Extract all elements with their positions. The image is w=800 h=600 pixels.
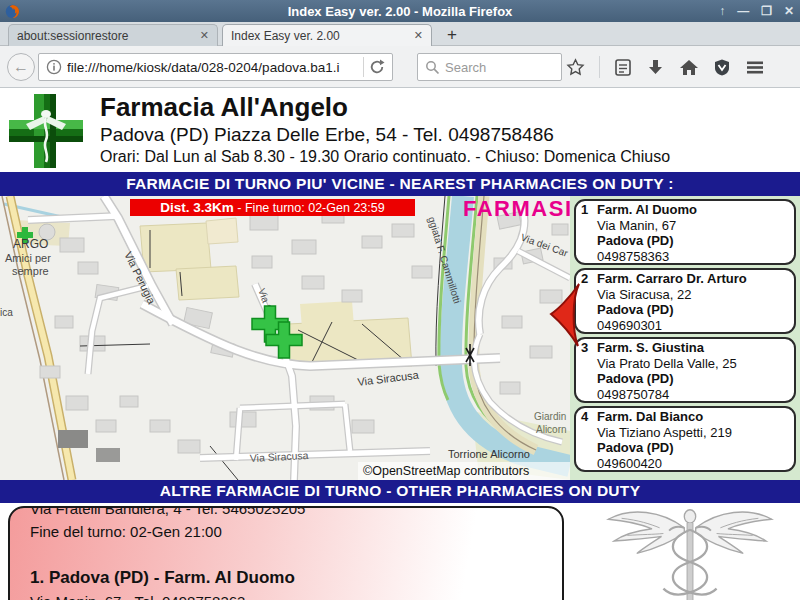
map[interactable]: ARGO Amici per sempre ica Via Perugia Vi…: [0, 196, 570, 480]
bookmarks-menu-icon[interactable]: [614, 58, 632, 77]
reload-icon[interactable]: [368, 58, 386, 76]
tab-bar: about:sessionrestore ✕ Index Easy ver. 2…: [0, 22, 800, 46]
search-icon: [425, 60, 440, 75]
pharmacy-address: Padova (PD) Piazza Delle Erbe, 54 - Tel.…: [100, 124, 554, 146]
pharmacy-card-2[interactable]: 2Farm. Carraro Dr. Arturo Via Siracusa, …: [574, 268, 796, 334]
map-label-ica: ica: [0, 307, 13, 318]
search-input[interactable]: [445, 60, 550, 75]
pharmacy-name: Farmacia All'Angelo: [100, 92, 348, 123]
window-title: Index Easy ver. 2.00 - Mozilla Firefox: [0, 4, 800, 19]
osm-attribution: ©OpenStreetMap contributors: [363, 464, 529, 478]
selected-pharmacy-arrow-icon: [548, 281, 582, 349]
pharmacy-city: Padova (PD): [581, 371, 790, 387]
tab-label: about:sessionrestore: [17, 29, 190, 43]
pharmacy-name: Farm. Al Duomo: [597, 202, 697, 218]
tab-label: Index Easy ver. 2.00: [231, 29, 404, 43]
url-text[interactable]: file:///home/kiosk/data/028-0204/padova.…: [67, 60, 359, 75]
pharmacy-cross-logo: [6, 92, 86, 170]
distance-banner: Dist. 3.3Km - Fine turno: 02-Gen 23:59: [130, 199, 415, 216]
url-bar[interactable]: file:///home/kiosk/data/028-0204/padova.…: [38, 53, 393, 81]
tab-close-icon[interactable]: ✕: [200, 29, 209, 42]
back-button[interactable]: ←: [7, 53, 35, 81]
pharmacy-number: 3: [581, 340, 597, 356]
pharmacy-name: Farm. Dal Bianco: [597, 409, 703, 425]
pharmacy-street: Via Manin, 67: [581, 218, 790, 234]
scrolling-entry-address: Via Manin, 67 - Tel. 0498758363: [30, 593, 562, 600]
scrolling-entry-title: 1. Padova (PD) - Farm. Al Duomo: [30, 568, 562, 588]
farmasi-watermark: FARMASI: [463, 196, 570, 222]
map-label-alicorn: Alicorn: [536, 424, 567, 435]
map-label-torrione: Torrione Alicorno: [448, 448, 530, 460]
pharmacy-header: Farmacia All'Angelo Padova (PD) Piazza D…: [0, 88, 800, 172]
other-pharmacies-banner: ALTRE FARMACIE DI TURNO - OTHER PHARMACI…: [0, 480, 800, 503]
caduceus-image: [588, 505, 792, 600]
scrolling-entry-shift-end: Fine del turno: 02-Gen 21:00: [30, 523, 562, 540]
home-icon[interactable]: [679, 58, 699, 77]
map-label-amici-2: sempre: [12, 265, 49, 277]
pharmacy-card-3[interactable]: 3Farm. S. Giustina Via Prato Della Valle…: [574, 337, 796, 403]
shield-extension-icon[interactable]: [713, 58, 731, 77]
pharmacy-name: Farm. S. Giustina: [597, 340, 704, 356]
page-info-icon[interactable]: [46, 59, 62, 75]
other-pharmacies-scroll-panel[interactable]: Via Fratelli Bandiera, 4 - Tel. 54650252…: [8, 506, 564, 600]
menu-hamburger-icon[interactable]: [745, 58, 765, 77]
toolbar-divider: [599, 56, 600, 78]
openstreetmap-canvas: ARGO Amici per sempre ica Via Perugia Vi…: [0, 196, 570, 480]
other-pharmacies-section: Via Fratelli Bandiera, 4 - Tel. 54650252…: [0, 503, 800, 600]
urlbar-divider: [363, 57, 364, 77]
pharmacy-city: Padova (PD): [581, 440, 790, 456]
pharmacy-street: Via Tiziano Aspetti, 219: [581, 425, 790, 441]
map-label-giardin: Giardin: [534, 411, 566, 422]
pharmacy-phone: 0498750784: [581, 387, 790, 403]
pharmacy-name: Farm. Carraro Dr. Arturo: [597, 271, 747, 287]
pharmacy-street: Via Siracusa, 22: [581, 287, 790, 303]
tab-index-easy[interactable]: Index Easy ver. 2.00 ✕: [222, 24, 432, 46]
pharmacy-street: Via Prato Della Valle, 25: [581, 356, 790, 372]
downloads-icon[interactable]: [646, 58, 665, 77]
close-button[interactable]: ✕: [784, 0, 794, 22]
pharmacy-phone: 049690301: [581, 318, 790, 334]
shift-end-text: - Fine turno: 02-Gen 23:59: [234, 201, 385, 215]
nearest-pharmacies-banner: FARMACIE DI TURNO PIU' VICINE - NEAREST …: [0, 172, 800, 196]
pharmacy-city: Padova (PD): [581, 233, 790, 249]
window-titlebar[interactable]: Index Easy ver. 2.00 - Mozilla Firefox ↑…: [0, 0, 800, 22]
pharmacy-city: Padova (PD): [581, 302, 790, 318]
tab-sessionrestore[interactable]: about:sessionrestore ✕: [8, 24, 218, 46]
map-label-amici-1: Amici per: [5, 252, 51, 264]
search-box[interactable]: [417, 53, 562, 81]
pharmacy-number: 4: [581, 409, 597, 425]
shade-window-button[interactable]: ↑: [719, 0, 725, 22]
pharmacy-phone: 049600420: [581, 456, 790, 472]
map-label-argo: ARGO: [13, 237, 48, 251]
bookmark-star-icon[interactable]: [566, 58, 585, 77]
pharmacy-number: 1: [581, 202, 597, 218]
distance-value: Dist. 3.3Km: [160, 200, 234, 215]
tab-close-icon[interactable]: ✕: [414, 29, 423, 42]
pharmacy-hours: Orari: Dal Lun al Sab 8.30 - 19.30 Orari…: [100, 148, 670, 166]
pharmacy-card-1[interactable]: 1Farm. Al Duomo Via Manin, 67 Padova (PD…: [574, 199, 796, 265]
navigation-toolbar: ← file:///home/kiosk/data/028-0204/padov…: [0, 46, 800, 88]
new-tab-button[interactable]: +: [440, 25, 464, 45]
pharmacy-number: 2: [581, 271, 597, 287]
scrolling-entry-address-clipped: Via Fratelli Bandiera, 4 - Tel. 54650252…: [30, 506, 562, 517]
pharmacy-phone: 0498758363: [581, 249, 790, 265]
pharmacy-card-4[interactable]: 4Farm. Dal Bianco Via Tiziano Aspetti, 2…: [574, 406, 796, 472]
minimize-button[interactable]: —: [737, 0, 749, 22]
nearest-pharmacies-list: 1Farm. Al Duomo Via Manin, 67 Padova (PD…: [570, 196, 800, 480]
restore-button[interactable]: ❐: [761, 0, 772, 22]
